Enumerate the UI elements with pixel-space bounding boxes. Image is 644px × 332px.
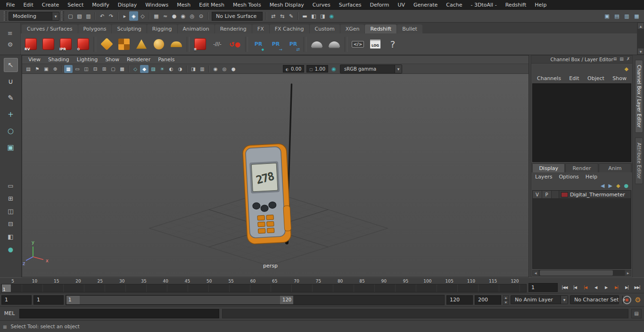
- layout-persp-outliner-button[interactable]: ◧: [4, 232, 17, 242]
- playback-range-bar[interactable]: 1 120: [66, 296, 293, 304]
- screen-space-ao-icon[interactable]: ◑: [176, 65, 184, 73]
- wireframe-mode-icon[interactable]: ◇: [131, 65, 140, 73]
- paint-select-tool[interactable]: ✎: [4, 91, 18, 105]
- field-chart-icon[interactable]: ⊞: [100, 65, 108, 73]
- menu-item[interactable]: Mesh Tools: [229, 1, 265, 9]
- range-end-handle[interactable]: 120: [280, 296, 293, 304]
- menu-item[interactable]: - 3DtoAll -: [467, 1, 501, 9]
- layer-editor-tab[interactable]: Display: [532, 163, 565, 172]
- color-management-icon[interactable]: [330, 65, 338, 73]
- command-language-toggle[interactable]: MEL: [2, 310, 17, 316]
- view-transform-dropdown[interactable]: sRGB gamma: [340, 65, 402, 73]
- toggle-channel-box-icon[interactable]: ▦: [632, 11, 641, 21]
- timeline-track[interactable]: 1: [1, 284, 527, 292]
- layer-editor-menu-item[interactable]: Options: [559, 174, 578, 180]
- construction-history-icon[interactable]: ✎: [287, 11, 296, 21]
- snap-to-point-icon[interactable]: ●: [170, 11, 179, 21]
- time-slider[interactable]: 5101520253035404550556065707580859095100…: [1, 278, 527, 292]
- layer-display-type-toggle[interactable]: [552, 191, 559, 198]
- shelf-tab-menu-icon[interactable]: ≡: [8, 30, 13, 37]
- live-surface-field[interactable]: No Live Surface: [212, 12, 263, 21]
- play-backwards-button[interactable]: ◀: [591, 283, 601, 292]
- chevron-down-icon[interactable]: [561, 296, 568, 304]
- rs-render-snapshot-icon[interactable]: [40, 36, 56, 52]
- playback-end-field[interactable]: 120: [446, 295, 473, 305]
- render-settings-icon[interactable]: ◉: [327, 11, 336, 21]
- play-forwards-button[interactable]: ▶: [601, 283, 611, 292]
- layer-playback-toggle[interactable]: P: [542, 191, 552, 198]
- menu-item[interactable]: Create: [38, 1, 64, 9]
- menu-item[interactable]: Generate: [409, 1, 442, 9]
- panel-menu-item[interactable]: Show: [102, 57, 123, 63]
- menu-item[interactable]: Cache: [442, 1, 466, 9]
- layer-editor-tab[interactable]: Render: [565, 163, 598, 172]
- motion-blur-icon[interactable]: ◉: [211, 65, 220, 73]
- snap-to-view-plane-icon[interactable]: ◎: [188, 11, 197, 21]
- select-hierarchy-mode-icon[interactable]: ▸: [120, 11, 129, 21]
- image-plane-icon[interactable]: ▣: [42, 65, 50, 73]
- shelf-tab[interactable]: Rigging: [147, 24, 177, 33]
- scroll-track[interactable]: [539, 270, 625, 276]
- rotate-tool[interactable]: ○: [4, 124, 18, 138]
- menu-item[interactable]: Display: [114, 1, 141, 9]
- open-render-view-icon[interactable]: ▬: [300, 11, 309, 21]
- isolate-select-icon[interactable]: ◨: [189, 65, 198, 73]
- layout-single-pane-button[interactable]: ▭: [4, 181, 17, 191]
- layer-editor-menu-item[interactable]: Layers: [535, 174, 552, 180]
- input-connections-icon[interactable]: ⇄: [269, 11, 278, 21]
- go-to-start-button[interactable]: |◀◀: [560, 283, 570, 292]
- select-object-mode-icon[interactable]: ◈: [129, 11, 138, 21]
- animation-preferences-icon[interactable]: [633, 295, 643, 305]
- safe-title-icon[interactable]: ▩: [118, 65, 126, 73]
- exposure-field[interactable]: 0.00: [283, 65, 304, 73]
- sidebar-vertical-tab[interactable]: Attribute Editor: [635, 138, 643, 184]
- shelf-tab[interactable]: Polygons: [78, 24, 112, 33]
- chevron-down-icon[interactable]: [52, 12, 59, 20]
- panel-menu-item[interactable]: Lighting: [74, 57, 101, 63]
- redo-icon[interactable]: ↷: [107, 11, 116, 21]
- textured-mode-icon[interactable]: ▨: [149, 65, 157, 73]
- rs-dome-light-icon[interactable]: [151, 36, 167, 52]
- anim-layer-dropdown[interactable]: No Anim Layer: [511, 295, 568, 304]
- pr-export-icon[interactable]: PR: [268, 36, 284, 52]
- panel-menu-item[interactable]: Renderer: [124, 57, 154, 63]
- animation-start-field[interactable]: 1: [1, 295, 32, 305]
- sidebar-vertical-tab[interactable]: Channel Box / Layer Editor: [635, 60, 643, 133]
- xray-icon[interactable]: ▥: [198, 65, 206, 73]
- shelf-scroll-down-icon[interactable]: [637, 48, 644, 55]
- log-viewer-icon[interactable]: LOG: [367, 36, 383, 52]
- move-tool[interactable]: +: [4, 107, 18, 121]
- shelf-tab[interactable]: FX: [252, 24, 269, 33]
- menu-item[interactable]: Modify: [88, 1, 113, 9]
- rs-render-view-icon[interactable]: RV: [23, 36, 39, 52]
- channel-list-area[interactable]: [532, 83, 631, 162]
- gamma-field[interactable]: 1.00: [306, 65, 328, 73]
- shadows-icon[interactable]: ◐: [167, 65, 175, 73]
- menu-item[interactable]: Deform: [365, 1, 393, 9]
- shelf-tab[interactable]: XGen: [340, 24, 365, 33]
- playback-start-field[interactable]: 1: [33, 295, 64, 305]
- range-slider[interactable]: 1 120: [66, 295, 445, 305]
- toggle-hypershade-icon[interactable]: ▤: [612, 11, 621, 21]
- shelf-tab[interactable]: Rendering: [215, 24, 252, 33]
- lasso-select-tool[interactable]: ∪: [4, 74, 18, 89]
- menu-item[interactable]: Edit: [19, 1, 37, 9]
- step-back-key-button[interactable]: |◀: [580, 283, 590, 292]
- menu-item[interactable]: UV: [393, 1, 409, 9]
- layer-move-up-icon[interactable]: ◀: [601, 183, 604, 189]
- new-empty-layer-icon[interactable]: ◆: [616, 183, 620, 189]
- multisample-aa-icon[interactable]: ◎: [220, 65, 229, 73]
- layer-color-swatch[interactable]: [561, 192, 568, 197]
- snap-to-grid-icon[interactable]: ▦: [152, 11, 161, 21]
- rs-render-settings-icon[interactable]: ⚙: [75, 36, 91, 52]
- use-all-lights-icon[interactable]: ☀: [158, 65, 166, 73]
- menu-item[interactable]: Help: [530, 1, 551, 9]
- rs-proxy-export-icon[interactable]: ≡: [192, 36, 208, 52]
- shelf-scroll-track[interactable]: [637, 29, 644, 48]
- menu-item[interactable]: Redshift: [501, 1, 531, 9]
- gate-mask-icon[interactable]: ⊟: [91, 65, 99, 73]
- menu-item[interactable]: Mesh: [173, 1, 195, 9]
- pr-convert-icon[interactable]: PR: [285, 36, 301, 52]
- rs-curves-icon[interactable]: -///-: [209, 36, 225, 52]
- menu-item[interactable]: Edit Mesh: [195, 1, 229, 9]
